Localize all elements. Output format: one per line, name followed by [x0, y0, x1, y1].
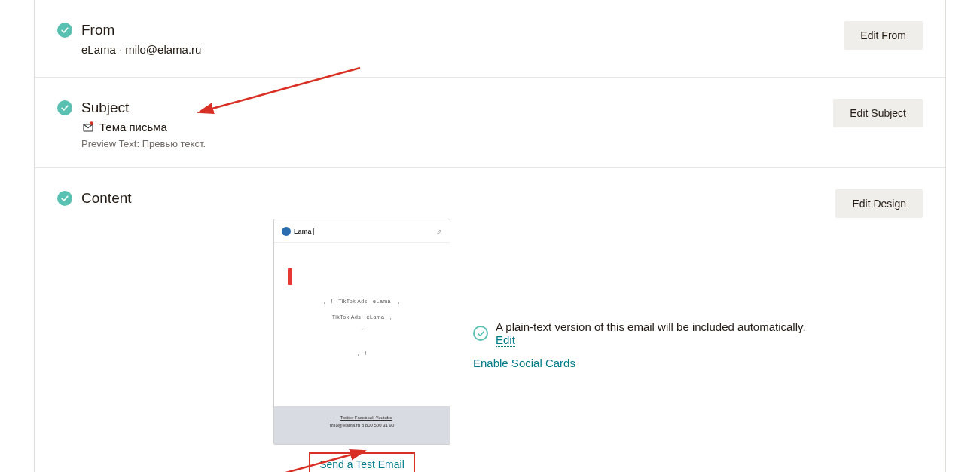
- content-title: Content: [81, 189, 820, 208]
- subject-title: Subject: [81, 99, 818, 118]
- section-subject: Subject Тема письма Preview Text: Превью…: [35, 78, 945, 169]
- svg-point-0: [90, 122, 93, 126]
- enable-social-cards-link[interactable]: Enable Social Cards: [473, 357, 575, 369]
- envelope-icon: [81, 120, 95, 133]
- send-test-email-highlight: Send a Test Email: [309, 452, 415, 472]
- check-icon: [57, 23, 72, 38]
- send-test-email-link[interactable]: Send a Test Email: [319, 458, 405, 470]
- edit-plaintext-link[interactable]: Edit: [496, 333, 515, 347]
- share-icon: ⇗: [436, 228, 442, 236]
- from-title: From: [81, 21, 829, 40]
- section-from: From eLama · milo@elama.ru Edit From: [35, 0, 945, 78]
- plaintext-info-text: A plain-text version of this email will …: [496, 320, 806, 333]
- edit-design-button[interactable]: Edit Design: [835, 189, 923, 218]
- check-icon: [57, 100, 72, 115]
- preview-text-value: Превью текст.: [142, 138, 206, 149]
- preview-text-label: Preview Text:: [81, 138, 139, 149]
- subject-value: Тема письма: [99, 121, 167, 133]
- check-icon: [57, 191, 72, 206]
- email-thumbnail[interactable]: Lama | ⇗ , ! TikTok Ads eLama ,: [273, 219, 450, 445]
- thumb-brand: Lama: [294, 228, 312, 235]
- edit-from-button[interactable]: Edit From: [844, 21, 923, 50]
- edit-subject-button[interactable]: Edit Subject: [833, 99, 923, 127]
- from-value: eLama · milo@elama.ru: [81, 43, 829, 56]
- section-content: Content Lama | ⇗: [35, 168, 945, 472]
- check-outline-icon: [473, 326, 488, 341]
